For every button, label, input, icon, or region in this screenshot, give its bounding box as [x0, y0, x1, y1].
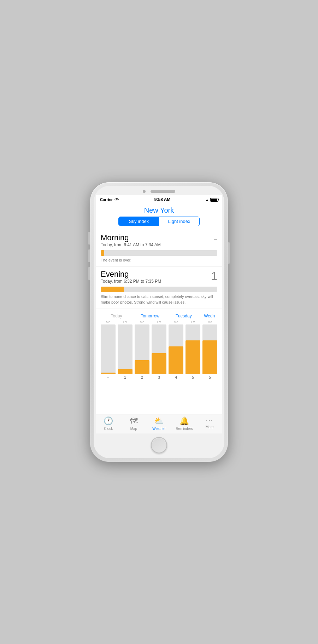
segment-light-index[interactable]: Light index	[159, 217, 199, 226]
chart-label-today: Today	[101, 312, 132, 319]
chart-label-tuesday: Tuesday	[168, 312, 199, 319]
phone-bottom	[94, 433, 224, 458]
screen: Carrier 9:58 AM ▲ N	[96, 195, 222, 433]
tab-weather-label: Weather	[152, 427, 166, 431]
bar-tuesday-ev: Ev 5	[186, 320, 200, 379]
bar-wedn-mo-fill	[202, 340, 217, 374]
evening-description: Slim to none chance to catch sunset, com…	[101, 294, 217, 305]
chart-section: Today Tomorrow Tuesday Wedn	[96, 309, 222, 383]
bar-today-ev-label: Ev	[123, 320, 127, 324]
bar-today-mo-outer	[101, 324, 116, 374]
tab-reminders[interactable]: 🔔 Reminders	[172, 416, 197, 431]
tab-weather[interactable]: ⛅ Weather	[146, 416, 172, 431]
bar-wedn-mo-outer	[202, 324, 217, 374]
app-content[interactable]: New York Sky index Light index Morning T…	[96, 203, 222, 414]
clock-icon: 🕐	[104, 416, 113, 426]
camera-dot	[143, 190, 146, 193]
morning-section: Morning Today, from 6:41 AM to 7:34 AM –…	[96, 230, 222, 267]
tab-map-label: Map	[130, 427, 137, 431]
city-title: New York	[96, 203, 222, 217]
bar-tomorrow-ev: Ev 3	[152, 320, 166, 379]
morning-title-text: Morning	[101, 233, 161, 242]
morning-progress-fill	[101, 250, 104, 256]
evening-title-text: Evening	[101, 270, 161, 279]
evening-progress-fill	[101, 287, 124, 292]
evening-title-wrap: Evening Today, from 6:32 PM to 7:35 PM	[101, 270, 161, 286]
status-bar: Carrier 9:58 AM ▲	[96, 195, 222, 203]
speaker-grill	[151, 190, 175, 193]
bar-today-mo: Mo –	[101, 320, 116, 379]
segment-control[interactable]: Sky index Light index	[118, 217, 200, 226]
bar-today-mo-value: –	[107, 375, 109, 379]
morning-title: Morning Today, from 6:41 AM to 7:34 AM	[101, 233, 161, 249]
morning-subtitle: Today, from 6:41 AM to 7:34 AM	[101, 242, 161, 247]
bar-today-ev-fill	[118, 369, 132, 374]
chart-label-wedn: Wedn	[201, 312, 217, 319]
evening-subtitle: Today, from 6:32 PM to 7:35 PM	[101, 279, 161, 284]
bar-today-mo-label: Mo	[106, 320, 111, 324]
bar-tuesday-mo-value: 4	[175, 375, 177, 379]
battery-fill	[211, 199, 217, 201]
tab-more[interactable]: ··· More	[197, 416, 222, 431]
bar-tuesday-ev-fill	[186, 340, 200, 374]
bar-wedn-mo: Mo 5	[202, 320, 217, 379]
morning-description: The event is over.	[101, 258, 217, 263]
bar-wedn-mo-label: Mo	[208, 320, 212, 324]
status-time: 9:58 AM	[154, 197, 171, 202]
tab-more-label: More	[206, 425, 214, 429]
status-right: ▲	[205, 198, 218, 202]
phone-top-bar	[94, 186, 224, 195]
carrier-text: Carrier	[100, 197, 113, 202]
bar-tomorrow-mo-outer	[135, 324, 149, 374]
status-carrier: Carrier	[100, 197, 119, 202]
tab-map[interactable]: 🗺 Map	[121, 416, 147, 431]
evening-section: Evening Today, from 6:32 PM to 7:35 PM 1…	[96, 267, 222, 309]
bar-tuesday-ev-outer	[186, 324, 200, 374]
map-icon: 🗺	[130, 416, 137, 426]
bar-tuesday-ev-label: Ev	[191, 320, 195, 324]
bar-tomorrow-ev-value: 3	[158, 375, 160, 379]
tab-bar: 🕐 Clock 🗺 Map ⛅ Weather 🔔 Reminders ···	[96, 414, 222, 433]
bar-tuesday-mo-fill	[169, 346, 183, 374]
bar-tuesday-mo-label: Mo	[174, 320, 178, 324]
evening-progress-bar	[101, 287, 217, 292]
tab-clock-label: Clock	[104, 427, 113, 431]
morning-score: –	[214, 235, 217, 243]
home-button[interactable]	[151, 437, 167, 453]
more-icon: ···	[206, 416, 213, 424]
battery-icon	[210, 198, 218, 202]
bar-tomorrow-mo-value: 2	[141, 375, 143, 379]
wifi-icon	[114, 198, 119, 202]
tab-clock[interactable]: 🕐 Clock	[96, 416, 121, 431]
evening-score: 1	[211, 270, 217, 283]
reminders-icon: 🔔	[179, 416, 189, 426]
chart-label-tomorrow: Tomorrow	[134, 312, 166, 319]
tab-reminders-label: Reminders	[176, 427, 193, 431]
bar-wedn-mo-value: 5	[209, 375, 211, 379]
bar-tomorrow-ev-label: Ev	[157, 320, 161, 324]
bar-today-mo-fill	[101, 373, 116, 374]
bar-today-ev-value: 1	[124, 375, 126, 379]
chart-bars-row: Mo – Ev 1	[101, 320, 217, 379]
morning-progress-bar	[101, 250, 217, 256]
morning-header: Morning Today, from 6:41 AM to 7:34 AM –	[101, 233, 217, 249]
bar-tomorrow-mo-fill	[135, 360, 149, 374]
bar-tomorrow-ev-outer	[152, 324, 166, 374]
bar-tuesday-mo: Mo 4	[169, 320, 183, 379]
bar-today-ev: Ev 1	[118, 320, 132, 379]
bar-tuesday-ev-value: 5	[192, 375, 194, 379]
phone-device: Carrier 9:58 AM ▲ N	[90, 182, 228, 462]
chart-day-labels: Today Tomorrow Tuesday Wedn	[101, 312, 217, 319]
evening-header: Evening Today, from 6:32 PM to 7:35 PM 1	[101, 270, 217, 286]
location-icon: ▲	[205, 198, 209, 202]
phone-inner: Carrier 9:58 AM ▲ N	[94, 186, 224, 458]
bar-tomorrow-mo: Mo 2	[135, 320, 149, 379]
bar-tuesday-mo-outer	[169, 324, 183, 374]
bar-tomorrow-mo-label: Mo	[140, 320, 145, 324]
bar-tomorrow-ev-fill	[152, 353, 166, 374]
segment-sky-index[interactable]: Sky index	[119, 217, 159, 226]
bar-today-ev-outer	[118, 324, 132, 374]
weather-icon: ⛅	[154, 416, 164, 426]
